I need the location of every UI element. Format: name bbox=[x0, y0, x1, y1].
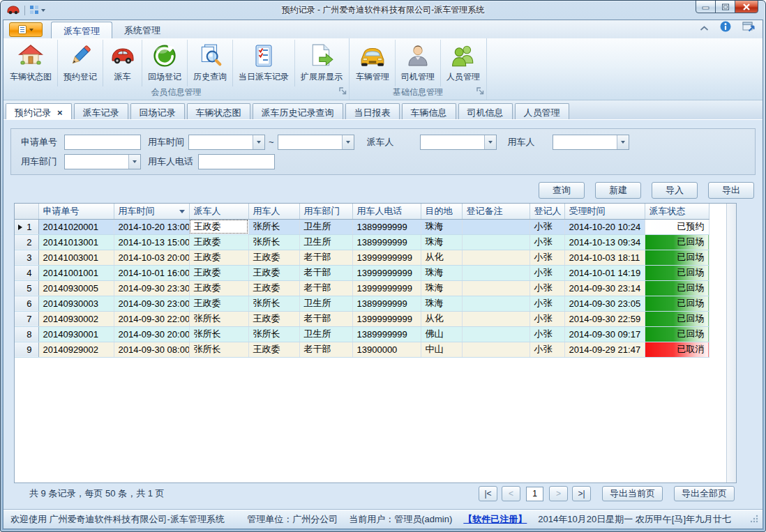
app-window-icon[interactable] bbox=[7, 6, 20, 15]
cell-destination[interactable]: 珠海 bbox=[421, 234, 462, 250]
cell-phone[interactable]: 13999999999 bbox=[352, 250, 421, 265]
column-header[interactable]: 登记备注 bbox=[462, 204, 530, 219]
cell-dispatch-status[interactable]: 已预约 bbox=[645, 219, 709, 234]
cell-user[interactable]: 王政委 bbox=[248, 280, 299, 296]
cell-note[interactable] bbox=[462, 280, 530, 296]
cell-registrar[interactable]: 小张 bbox=[530, 311, 564, 326]
close-tab-icon[interactable]: × bbox=[57, 109, 63, 117]
combo-dropdown-button[interactable] bbox=[484, 135, 496, 149]
cell-dispatch-status[interactable]: 已回场 bbox=[645, 326, 709, 342]
document-tab[interactable]: 派车记录 bbox=[74, 103, 128, 119]
cell-dispatch-status[interactable]: 已取消 bbox=[645, 342, 709, 357]
cell-registrar[interactable]: 小张 bbox=[530, 250, 564, 265]
import-button[interactable]: 导入 bbox=[652, 182, 698, 199]
cell-note[interactable] bbox=[462, 342, 530, 357]
cell-use-time[interactable]: 2014-10-20 13:00 bbox=[114, 219, 189, 234]
cell-accepted-time[interactable]: 2014-10-01 14:19 bbox=[564, 265, 645, 280]
ribbon-button[interactable]: 当日派车记录 bbox=[233, 40, 295, 86]
cell-use-time[interactable]: 2014-09-30 20:00 bbox=[114, 326, 189, 342]
cell-note[interactable] bbox=[462, 296, 530, 311]
cell-user[interactable]: 王政委 bbox=[248, 250, 299, 265]
cell-registrar[interactable]: 小张 bbox=[530, 342, 564, 357]
cell-accepted-time[interactable]: 2014-10-03 18:11 bbox=[564, 250, 645, 265]
cell-user[interactable]: 王政委 bbox=[248, 342, 299, 357]
application-menu-button[interactable] bbox=[9, 22, 43, 37]
ribbon-button[interactable]: 回场登记 bbox=[142, 40, 188, 86]
cell-dispatcher[interactable]: 王政委 bbox=[189, 250, 248, 265]
cell-registrar[interactable]: 小张 bbox=[530, 296, 564, 311]
column-header[interactable]: 用车人电话 bbox=[352, 204, 421, 219]
cell-dispatch-status[interactable]: 已回场 bbox=[645, 280, 709, 296]
first-page-button[interactable]: |< bbox=[479, 486, 497, 501]
ribbon-button[interactable]: 人员管理 bbox=[441, 40, 486, 86]
cell-dispatcher[interactable]: 王政委 bbox=[189, 234, 248, 250]
last-page-button[interactable]: >| bbox=[572, 486, 591, 501]
column-header[interactable]: 目的地 bbox=[421, 204, 462, 219]
cell-dispatcher[interactable]: 王政委 bbox=[189, 296, 248, 311]
column-header[interactable]: 用车人 bbox=[248, 204, 299, 219]
cell-user[interactable]: 张所长 bbox=[248, 219, 299, 234]
dispatcher-combobox[interactable] bbox=[420, 135, 497, 150]
dept-combobox[interactable] bbox=[64, 154, 141, 169]
cell-destination[interactable]: 珠海 bbox=[421, 219, 462, 234]
order-no-input[interactable] bbox=[64, 135, 141, 150]
cell-destination[interactable]: 从化 bbox=[421, 311, 462, 326]
cell-registrar[interactable]: 小张 bbox=[530, 265, 564, 280]
filter-arrow-icon[interactable] bbox=[179, 210, 185, 216]
cell-user[interactable]: 张所长 bbox=[248, 234, 299, 250]
cell-order-no[interactable]: 20141013001 bbox=[38, 234, 114, 250]
combo-dropdown-button[interactable] bbox=[128, 155, 140, 169]
time-from-combobox[interactable] bbox=[188, 135, 265, 150]
cell-dept[interactable]: 老干部 bbox=[299, 342, 352, 357]
document-tab[interactable]: 车辆信息 bbox=[402, 103, 456, 119]
cell-dispatcher[interactable]: 张所长 bbox=[189, 311, 248, 326]
cell-note[interactable] bbox=[462, 265, 530, 280]
next-page-button[interactable]: > bbox=[549, 486, 568, 501]
new-button[interactable]: 新建 bbox=[595, 182, 641, 199]
cell-phone[interactable]: 1389999999 bbox=[352, 234, 421, 250]
cell-dept[interactable]: 老干部 bbox=[299, 250, 352, 265]
cell-dept[interactable]: 老干部 bbox=[299, 311, 352, 326]
document-tab[interactable]: 回场记录 bbox=[130, 103, 185, 119]
cell-accepted-time[interactable]: 2014-09-30 09:17 bbox=[564, 326, 645, 342]
column-header[interactable]: 登记人 bbox=[530, 204, 564, 219]
cell-dept[interactable]: 老干部 bbox=[299, 280, 352, 296]
cell-registrar[interactable]: 小张 bbox=[530, 219, 564, 234]
cell-phone[interactable]: 1389999999 bbox=[352, 296, 421, 311]
document-tab[interactable]: 当日报表 bbox=[345, 103, 400, 119]
document-tab[interactable]: 车辆状态图 bbox=[187, 103, 250, 119]
phone-input[interactable] bbox=[198, 154, 275, 169]
column-header[interactable]: 受理时间 bbox=[564, 204, 645, 219]
ribbon-button[interactable]: 扩展屏显示 bbox=[295, 40, 348, 86]
combo-dropdown-button[interactable] bbox=[617, 135, 629, 149]
export-all-pages-button[interactable]: 导出全部页 bbox=[674, 486, 735, 501]
cell-user[interactable]: 王政委 bbox=[248, 265, 299, 280]
column-header[interactable]: 派车人 bbox=[189, 204, 248, 219]
about-window-icon[interactable] bbox=[742, 21, 756, 35]
resize-grip[interactable] bbox=[749, 514, 758, 525]
dialog-launcher-icon[interactable] bbox=[476, 87, 484, 97]
row-selector-cell[interactable]: 2 bbox=[15, 234, 38, 250]
cell-destination[interactable]: 珠海 bbox=[421, 265, 462, 280]
table-row[interactable]: 3201410030012014-10-03 20:00王政委王政委老干部139… bbox=[15, 250, 709, 265]
cell-order-no[interactable]: 20141003001 bbox=[38, 250, 114, 265]
cell-dispatch-status[interactable]: 已回场 bbox=[645, 234, 709, 250]
cell-dept[interactable]: 老干部 bbox=[299, 265, 352, 280]
cell-use-time[interactable]: 2014-09-30 23:30 bbox=[114, 280, 189, 296]
document-tab[interactable]: 派车历史记录查询 bbox=[253, 103, 343, 119]
cell-accepted-time[interactable]: 2014-09-29 21:47 bbox=[564, 342, 645, 357]
table-row[interactable]: 9201409290022014-09-30 08:00张所长王政委老干部139… bbox=[15, 342, 709, 357]
cell-order-no[interactable]: 20140930001 bbox=[38, 326, 114, 342]
cell-use-time[interactable]: 2014-09-30 08:00 bbox=[114, 342, 189, 357]
cell-phone[interactable]: 13900000 bbox=[352, 342, 421, 357]
column-header[interactable] bbox=[15, 204, 38, 219]
cell-accepted-time[interactable]: 2014-10-20 10:24 bbox=[564, 219, 645, 234]
maximize-button[interactable] bbox=[715, 0, 735, 13]
quick-access-grid-button[interactable] bbox=[30, 6, 45, 15]
cell-dept[interactable]: 卫生所 bbox=[299, 219, 352, 234]
cell-use-time[interactable]: 2014-10-01 16:00 bbox=[114, 265, 189, 280]
table-row[interactable]: 5201409300052014-09-30 23:30王政委王政委老干部139… bbox=[15, 280, 709, 296]
cell-registrar[interactable]: 小张 bbox=[530, 326, 564, 342]
cell-note[interactable] bbox=[462, 234, 530, 250]
row-selector-cell[interactable]: 7 bbox=[15, 311, 38, 326]
